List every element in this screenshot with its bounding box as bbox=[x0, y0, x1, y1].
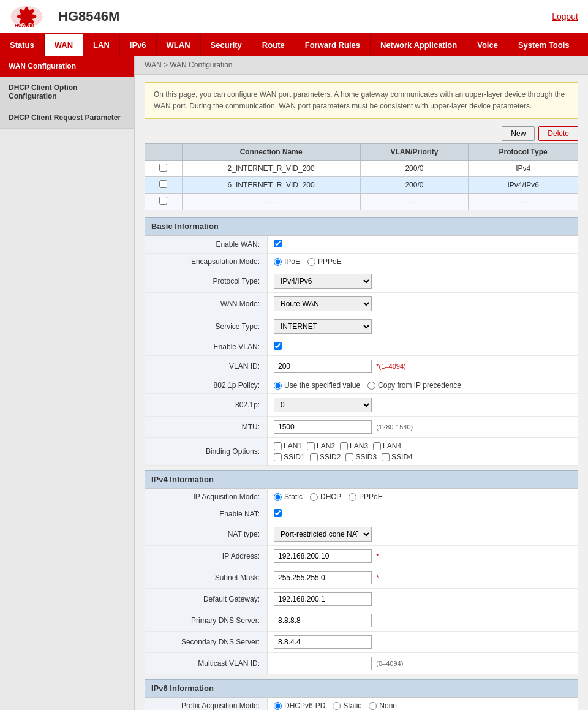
lan1-checkbox[interactable] bbox=[274, 442, 282, 450]
new-button[interactable]: New bbox=[502, 126, 535, 141]
prefix-none-radio[interactable] bbox=[369, 702, 377, 710]
vlan-id-row: VLAN ID: *(1–4094) bbox=[145, 356, 578, 377]
subnet-mask-input[interactable] bbox=[274, 571, 372, 584]
multicast-vlan-label: Multicast VLAN ID: bbox=[145, 653, 268, 674]
row-checkbox-1[interactable] bbox=[159, 164, 167, 172]
encap-mode-row: Encapsulation Mode: IPoE PPPoE bbox=[145, 254, 578, 270]
static-radio-label[interactable]: Static bbox=[274, 493, 303, 501]
nav-item-ipv6[interactable]: IPv6 bbox=[120, 34, 157, 56]
enable-vlan-checkbox[interactable] bbox=[274, 342, 282, 350]
8021p-label: 802.1p: bbox=[145, 394, 268, 417]
nav-item-wan[interactable]: WAN bbox=[45, 34, 83, 56]
col-checkbox bbox=[145, 144, 183, 161]
nav-item-forward-rules[interactable]: Forward Rules bbox=[295, 34, 371, 56]
basic-info-table: Enable WAN: Encapsulation Mode: IPoE PPP… bbox=[145, 235, 578, 466]
dhcp-radio[interactable] bbox=[310, 493, 318, 501]
dhcp-radio-label[interactable]: DHCP bbox=[310, 493, 341, 501]
copy-ip-radio-label[interactable]: Copy from IP precedence bbox=[368, 381, 461, 390]
huawei-icon: HUAWEI bbox=[10, 5, 43, 28]
vlan-id-input[interactable] bbox=[274, 360, 372, 373]
default-gateway-input[interactable] bbox=[274, 592, 372, 606]
nav-item-wlan[interactable]: WLAN bbox=[157, 34, 201, 56]
ipv4-ip-addr-input[interactable] bbox=[274, 549, 372, 563]
ipv4-acq-mode-label: IP Acquisition Mode: bbox=[145, 489, 268, 505]
nav-item-lan[interactable]: LAN bbox=[83, 34, 120, 56]
pppoe-acq-radio[interactable] bbox=[349, 493, 356, 501]
row-checkbox-2[interactable] bbox=[159, 180, 167, 188]
dhcpv6pd-radio[interactable] bbox=[274, 702, 282, 710]
copy-ip-radio[interactable] bbox=[368, 382, 375, 390]
ssid1-label[interactable]: SSID1 bbox=[274, 453, 305, 461]
nav-item-network-application[interactable]: Network Application bbox=[371, 34, 467, 56]
ssid4-checkbox[interactable] bbox=[382, 453, 390, 461]
lan4-label[interactable]: LAN4 bbox=[373, 442, 401, 450]
static-radio[interactable] bbox=[274, 493, 282, 501]
device-name: HG8546M bbox=[58, 9, 119, 25]
8021p-row: 802.1p: 0123 4567 bbox=[145, 394, 578, 417]
policy-8021p-row: 802.1p Policy: Use the specified value C… bbox=[145, 377, 578, 394]
delete-button[interactable]: Delete bbox=[538, 126, 578, 141]
prefix-acq-mode-label: Prefix Acquisition Mode: bbox=[145, 698, 268, 710]
service-type-select[interactable]: INTERNET TR069 VOIP OTHER bbox=[274, 319, 372, 334]
sidebar-item-wan-config[interactable]: WAN Configuration bbox=[0, 56, 134, 77]
primary-dns-input[interactable] bbox=[274, 614, 372, 627]
ipoe-radio[interactable] bbox=[274, 258, 282, 266]
ipv4-info-title: IPv4 Information bbox=[145, 470, 578, 488]
ioe-radio-label[interactable]: IPoE bbox=[274, 257, 300, 266]
ssid2-checkbox[interactable] bbox=[310, 453, 318, 461]
ssid3-checkbox[interactable] bbox=[345, 453, 353, 461]
sidebar-item-dhcp-request[interactable]: DHCP Client Request Parameter bbox=[0, 107, 134, 129]
enable-vlan-label: Enable VLAN: bbox=[145, 338, 268, 356]
ipv6-info-table: Prefix Acquisition Mode: DHCPv6-PD Stati… bbox=[145, 697, 578, 710]
pppoe-acq-radio-label[interactable]: PPPoE bbox=[349, 493, 383, 501]
use-specified-radio-label[interactable]: Use the specified value bbox=[274, 381, 360, 390]
logout-button[interactable]: Logout bbox=[552, 12, 578, 21]
mtu-row: MTU: (1280-1540) bbox=[145, 417, 578, 438]
lan4-checkbox[interactable] bbox=[373, 442, 381, 450]
protocol-type-select[interactable]: IPv4/IPv6 IPv4 IPv6 bbox=[274, 274, 372, 289]
ipv6-info-title: IPv6 Information bbox=[145, 679, 578, 697]
enable-nat-checkbox[interactable] bbox=[274, 509, 282, 517]
use-specified-radio[interactable] bbox=[274, 382, 282, 390]
ipv4-info-section: IPv4 Information IP Acquisition Mode: St… bbox=[145, 470, 578, 674]
primary-dns-label: Primary DNS Server: bbox=[145, 610, 268, 632]
secondary-dns-label: Secondary DNS Server: bbox=[145, 632, 268, 653]
row-checkbox-3[interactable] bbox=[159, 197, 167, 205]
mtu-input[interactable] bbox=[274, 420, 372, 434]
nav-item-status[interactable]: Status bbox=[0, 34, 45, 56]
8021p-select[interactable]: 0123 4567 bbox=[274, 398, 372, 412]
enable-vlan-row: Enable VLAN: bbox=[145, 338, 578, 356]
nav-item-route[interactable]: Route bbox=[252, 34, 295, 56]
multicast-vlan-input[interactable] bbox=[274, 657, 372, 670]
lan3-checkbox[interactable] bbox=[340, 442, 348, 450]
enable-wan-checkbox[interactable] bbox=[274, 240, 282, 247]
multicast-vlan-row: Multicast VLAN ID: (0–4094) bbox=[145, 653, 578, 674]
ssid4-label[interactable]: SSID4 bbox=[382, 453, 413, 461]
pppoe-radio[interactable] bbox=[307, 258, 315, 266]
ssid1-checkbox[interactable] bbox=[274, 453, 282, 461]
ssid2-label[interactable]: SSID2 bbox=[310, 453, 341, 461]
lan2-checkbox[interactable] bbox=[307, 442, 315, 450]
pppoe-radio-label[interactable]: PPPoE bbox=[307, 257, 342, 266]
ssid3-label[interactable]: SSID3 bbox=[345, 453, 377, 461]
nat-type-label: NAT type: bbox=[145, 523, 268, 546]
dhcpv6pd-radio-label[interactable]: DHCPv6-PD bbox=[274, 701, 325, 710]
nav-item-voice[interactable]: Voice bbox=[467, 34, 508, 56]
prefix-static-radio[interactable] bbox=[333, 702, 341, 710]
wan-mode-select[interactable]: Route WAN Bridge WAN bbox=[274, 296, 372, 311]
lan2-label[interactable]: LAN2 bbox=[307, 442, 335, 450]
sidebar-item-dhcp-option[interactable]: DHCP Client Option Configuration bbox=[0, 77, 134, 107]
nav-item-security[interactable]: Security bbox=[201, 34, 252, 56]
mtu-label: MTU: bbox=[145, 417, 268, 438]
nav-item-system-tools[interactable]: System Tools bbox=[508, 34, 580, 56]
service-type-label: Service Type: bbox=[145, 315, 268, 338]
lan1-label[interactable]: LAN1 bbox=[274, 442, 302, 450]
binding-label: Binding Options: bbox=[145, 438, 268, 466]
lan3-label[interactable]: LAN3 bbox=[340, 442, 368, 450]
prefix-none-radio-label[interactable]: None bbox=[369, 701, 397, 710]
vlan-id-label: VLAN ID: bbox=[145, 356, 268, 377]
prefix-static-radio-label[interactable]: Static bbox=[333, 701, 361, 710]
secondary-dns-input[interactable] bbox=[274, 635, 372, 649]
ipv4-acq-mode-row: IP Acquisition Mode: Static DHCP PPPoE bbox=[145, 489, 578, 505]
nat-type-select[interactable]: Port-restricted cone NAT Full cone NAT A… bbox=[274, 527, 372, 542]
